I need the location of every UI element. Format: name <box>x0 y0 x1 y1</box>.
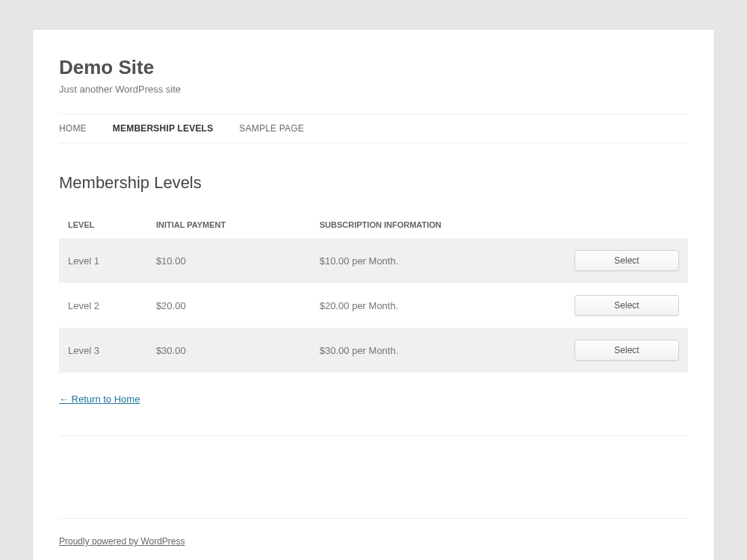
main-nav: HOME MEMBERSHIP LEVELS SAMPLE PAGE <box>59 113 688 143</box>
main-content: Membership Levels Level Initial Payment … <box>59 143 688 466</box>
cell-initial: $30.00 <box>147 328 311 373</box>
cell-subscription: $30.00 per Month. <box>311 328 562 373</box>
cell-action: Select <box>562 238 688 283</box>
footer-credit-link[interactable]: Proudly powered by WordPress <box>59 536 185 547</box>
cell-subscription: $20.00 per Month. <box>311 283 562 328</box>
site-header: Demo Site Just another WordPress site HO… <box>59 30 688 143</box>
cell-level: Level 3 <box>59 328 147 373</box>
th-level: Level <box>59 211 147 238</box>
cell-subscription: $10.00 per Month. <box>311 238 562 283</box>
cell-level: Level 1 <box>59 238 147 283</box>
table-row: Level 1 $10.00 $10.00 per Month. Select <box>59 238 688 283</box>
cell-initial: $20.00 <box>147 283 311 328</box>
return-home-link[interactable]: ← Return to Home <box>59 393 140 405</box>
table-row: Level 3 $30.00 $30.00 per Month. Select <box>59 328 688 373</box>
select-button[interactable]: Select <box>574 340 679 361</box>
page-title: Membership Levels <box>59 173 688 193</box>
divider <box>59 435 688 436</box>
site-title: Demo Site <box>59 56 688 79</box>
membership-levels-table: Level Initial Payment Subscription Infor… <box>59 211 688 373</box>
cell-action: Select <box>562 283 688 328</box>
cell-initial: $10.00 <box>147 238 311 283</box>
select-button[interactable]: Select <box>574 295 679 316</box>
nav-membership-levels[interactable]: MEMBERSHIP LEVELS <box>113 114 214 143</box>
page-container: Demo Site Just another WordPress site HO… <box>33 30 714 560</box>
nav-home[interactable]: HOME <box>59 114 87 143</box>
th-action <box>562 211 688 238</box>
th-subscription-info: Subscription Information <box>311 211 562 238</box>
nav-sample-page[interactable]: SAMPLE PAGE <box>239 114 304 143</box>
site-footer: Proudly powered by WordPress <box>59 518 688 560</box>
site-tagline: Just another WordPress site <box>59 84 688 95</box>
cell-level: Level 2 <box>59 283 147 328</box>
table-row: Level 2 $20.00 $20.00 per Month. Select <box>59 283 688 328</box>
select-button[interactable]: Select <box>574 250 679 271</box>
th-initial-payment: Initial Payment <box>147 211 311 238</box>
cell-action: Select <box>562 328 688 373</box>
